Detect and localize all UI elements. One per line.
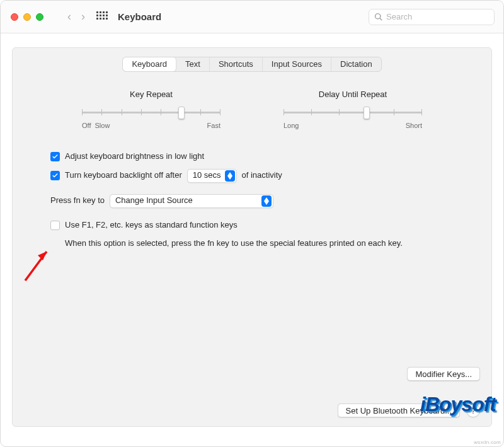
key-repeat-knob[interactable] <box>178 107 185 119</box>
help-button[interactable]: ? <box>466 403 480 417</box>
content-pane: Keyboard Text Shortcuts Input Sources Di… <box>12 47 492 427</box>
delay-repeat-block: Delay Until Repeat Long Short <box>284 90 422 129</box>
fn-key-label: Press fn key to <box>50 195 105 207</box>
search-placeholder: Search <box>386 12 412 21</box>
tab-keyboard[interactable]: Keyboard <box>123 57 176 71</box>
tab-dictation[interactable]: Dictation <box>331 57 381 71</box>
window-title: Keyboard <box>118 11 161 22</box>
nav-forward-button[interactable]: › <box>76 10 90 23</box>
backlight-off-checkbox[interactable] <box>50 171 60 180</box>
search-icon <box>374 13 383 21</box>
adjust-brightness-checkbox[interactable] <box>50 152 60 161</box>
delay-short-label: Short <box>406 122 422 129</box>
delay-long-label: Long <box>284 122 299 129</box>
keyboard-prefs-window: ‹ › Keyboard Search Keyboard Text Shortc… <box>0 0 504 447</box>
key-repeat-title: Key Repeat <box>82 90 220 99</box>
key-repeat-ticks <box>82 109 220 115</box>
use-fkeys-label: Use F1, F2, etc. keys as standard functi… <box>65 219 238 231</box>
fn-key-value: Change Input Source <box>115 195 193 207</box>
key-repeat-slow-label: Slow <box>94 122 110 129</box>
modifier-keys-button[interactable]: Modifier Keys... <box>407 367 480 381</box>
search-field[interactable]: Search <box>369 9 495 25</box>
tab-input-sources[interactable]: Input Sources <box>263 57 331 71</box>
window-controls <box>11 13 43 21</box>
tab-bar: Keyboard Text Shortcuts Input Sources Di… <box>122 57 381 72</box>
key-repeat-off-label: Off <box>82 122 91 129</box>
check-icon <box>52 172 59 179</box>
check-icon <box>52 153 59 160</box>
show-all-prefs-icon[interactable] <box>96 11 108 23</box>
stepper-icon <box>261 195 272 207</box>
delay-repeat-knob[interactable] <box>364 107 370 119</box>
backlight-timeout-value: 10 secs <box>193 170 221 182</box>
backlight-timeout-popup[interactable]: 10 secs <box>187 169 237 183</box>
use-fkeys-description: When this option is selected, press the … <box>50 238 454 250</box>
delay-repeat-ticks <box>284 109 422 115</box>
use-fkeys-checkbox[interactable] <box>50 221 60 230</box>
close-window-button[interactable] <box>11 13 18 21</box>
zoom-window-button[interactable] <box>36 13 43 21</box>
titlebar: ‹ › Keyboard Search <box>1 1 503 33</box>
delay-repeat-slider[interactable] <box>284 105 422 119</box>
key-repeat-slider[interactable] <box>82 105 220 119</box>
adjust-brightness-label: Adjust keyboard brightness in low light <box>65 151 204 163</box>
bluetooth-keyboard-button[interactable]: Set Up Bluetooth Keyboard... <box>338 403 460 417</box>
fn-key-popup[interactable]: Change Input Source <box>110 194 273 208</box>
key-repeat-block: Key Repeat Off Slow Fast <box>82 90 220 129</box>
key-repeat-fast-label: Fast <box>207 122 220 129</box>
backlight-pre-label: Turn keyboard backlight off after <box>65 170 182 182</box>
source-note: wsxdn.com <box>474 439 501 445</box>
backlight-post-label: of inactivity <box>242 170 282 182</box>
tab-text[interactable]: Text <box>176 57 210 71</box>
minimize-window-button[interactable] <box>23 13 31 21</box>
tab-shortcuts[interactable]: Shortcuts <box>210 57 263 71</box>
nav-back-button[interactable]: ‹ <box>62 10 76 23</box>
delay-repeat-title: Delay Until Repeat <box>284 90 422 99</box>
stepper-icon <box>225 170 235 182</box>
